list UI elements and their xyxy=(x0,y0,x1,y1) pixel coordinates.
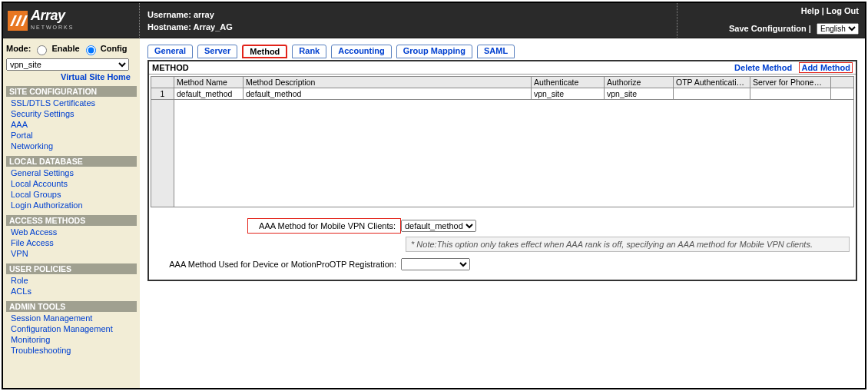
table-cell xyxy=(831,88,854,100)
sidebar: Mode: Enable Config vpn_site Virtual Sit… xyxy=(3,38,140,388)
sidebar-item-vpn[interactable]: VPN xyxy=(11,248,137,259)
username-label: Username: xyxy=(147,10,191,19)
device-method-row: AAA Method Used for Device or MotionProO… xyxy=(155,258,850,270)
panel-actions: Delete Method Add Method xyxy=(734,63,853,72)
sidebar-item-web-access[interactable]: Web Access xyxy=(11,227,137,237)
table-col-0 xyxy=(151,77,174,88)
table-cell xyxy=(750,88,831,100)
add-method-link[interactable]: Add Method xyxy=(799,62,853,73)
help-logout-row: Help | Log Out xyxy=(801,6,859,15)
sidebar-group-body: Session ManagementConfiguration Manageme… xyxy=(6,312,137,360)
tab-method[interactable]: Method xyxy=(242,45,287,58)
mobile-method-note: * Note:This option only takes effect whe… xyxy=(406,237,850,252)
table-cell: 1 xyxy=(151,88,174,100)
sidebar-item-general-settings[interactable]: General Settings xyxy=(11,167,137,178)
table-col-4: Authorize xyxy=(605,77,674,88)
top-bar: Array NETWORKS Username: array Hostname:… xyxy=(3,3,865,38)
delete-method-link[interactable]: Delete Method xyxy=(734,63,792,72)
language-select[interactable]: English xyxy=(817,23,859,35)
mobile-method-row: AAA Method for Mobile VPN Clients: defau… xyxy=(155,218,850,234)
method-panel: METHOD Delete Method Add Method Method N… xyxy=(147,60,857,281)
sidebar-item-aaa[interactable]: AAA xyxy=(11,119,137,130)
sidebar-item-networking[interactable]: Networking xyxy=(11,141,137,151)
brand-text: Array NETWORKS xyxy=(31,10,74,31)
sidebar-group-header: LOCAL DATABASE xyxy=(6,156,137,167)
sidebar-group-body: Web AccessFile AccessVPN xyxy=(6,226,137,263)
mode-config-radio[interactable] xyxy=(86,45,96,55)
hostname-row: Hostname: Array_AG xyxy=(147,22,669,31)
tab-general[interactable]: General xyxy=(147,45,193,58)
virtual-site-home-link[interactable]: Virtual Site Home xyxy=(61,72,131,81)
device-method-label: AAA Method Used for Device or MotionProO… xyxy=(155,260,401,269)
sidebar-item-acls[interactable]: ACLs xyxy=(11,286,137,297)
username-row: Username: array xyxy=(147,10,669,19)
save-config-link[interactable]: Save Configuration xyxy=(729,24,807,33)
brand-word: Array xyxy=(31,8,65,23)
panel-inner: Method NameMethod DescriptionAuthenticat… xyxy=(149,75,856,280)
table-col-7 xyxy=(831,77,854,88)
sidebar-item-troubleshooting[interactable]: Troubleshooting xyxy=(11,345,137,356)
save-lang-row: Save Configuration | English xyxy=(729,23,859,35)
logout-link[interactable]: Log Out xyxy=(827,6,859,15)
sidebar-item-local-accounts[interactable]: Local Accounts xyxy=(11,178,137,189)
sidebar-group-header: SITE CONFIGURATION xyxy=(6,86,137,97)
table-col-5: OTP Authenticati… xyxy=(674,77,750,88)
mobile-method-label: AAA Method for Mobile VPN Clients: xyxy=(247,218,401,234)
table-cell xyxy=(674,88,750,100)
sidebar-group-header: ACCESS METHODS xyxy=(6,215,137,226)
table-cell: vpn_site xyxy=(532,88,605,100)
methods-table: Method NameMethod DescriptionAuthenticat… xyxy=(151,76,854,100)
table-col-1: Method Name xyxy=(174,77,244,88)
sidebar-item-security-settings[interactable]: Security Settings xyxy=(11,108,137,119)
table-cell: default_method xyxy=(244,88,532,100)
mode-row: Mode: Enable Config xyxy=(6,41,137,57)
sidebar-item-configuration-management[interactable]: Configuration Management xyxy=(11,323,137,334)
topbar-right: Help | Log Out Save Configuration | Engl… xyxy=(677,3,865,38)
panel-bottom: AAA Method for Mobile VPN Clients: defau… xyxy=(151,218,854,278)
table-body: 1default_methoddefault_methodvpn_sitevpn… xyxy=(151,88,854,100)
table-col-6: Server for Phone… xyxy=(750,77,831,88)
sidebar-item-login-authorization[interactable]: Login Authorization xyxy=(11,200,137,210)
table-empty-area xyxy=(151,100,854,207)
sidebar-item-local-groups[interactable]: Local Groups xyxy=(11,189,137,200)
tab-group-mapping[interactable]: Group Mapping xyxy=(396,45,472,58)
table-col-2: Method Description xyxy=(244,77,532,88)
table-row[interactable]: 1default_methoddefault_methodvpn_sitevpn… xyxy=(151,88,854,100)
sidebar-item-monitoring[interactable]: Monitoring xyxy=(11,334,137,345)
table-gutter xyxy=(151,100,174,207)
session-info: Username: array Hostname: Array_AG xyxy=(140,3,677,38)
table-col-3: Authenticate xyxy=(532,77,605,88)
tab-row: GeneralServerMethodRankAccountingGroup M… xyxy=(147,45,857,58)
table-cell: vpn_site xyxy=(605,88,674,100)
mode-enable-radio[interactable] xyxy=(37,45,47,55)
tab-server[interactable]: Server xyxy=(197,45,237,58)
tab-accounting[interactable]: Accounting xyxy=(331,45,392,58)
brand-subword: NETWORKS xyxy=(31,25,74,30)
sidebar-group-body: General SettingsLocal AccountsLocal Grou… xyxy=(6,167,137,215)
mobile-method-select[interactable]: default_method xyxy=(401,220,476,232)
virtual-site-select[interactable]: vpn_site xyxy=(6,58,129,71)
mode-label: Mode: xyxy=(6,44,31,53)
sidebar-item-role[interactable]: Role xyxy=(11,275,137,286)
panel-titlebar: METHOD Delete Method Add Method xyxy=(149,61,856,75)
table-header-row: Method NameMethod DescriptionAuthenticat… xyxy=(151,77,854,88)
hostname-value: Array_AG xyxy=(194,22,233,31)
tab-rank[interactable]: Rank xyxy=(292,45,326,58)
sidebar-item-portal[interactable]: Portal xyxy=(11,130,137,141)
sidebar-group-header: USER POLICIES xyxy=(6,263,137,274)
username-value: array xyxy=(194,10,214,19)
sidebar-item-session-management[interactable]: Session Management xyxy=(11,313,137,323)
sidebar-group-body: SSL/DTLS CertificatesSecurity SettingsAA… xyxy=(6,97,137,156)
tab-saml[interactable]: SAML xyxy=(477,45,515,58)
sidebar-group-body: RoleACLs xyxy=(6,274,137,301)
device-method-select[interactable] xyxy=(401,258,470,270)
mode-enable-option[interactable]: Enable xyxy=(33,44,81,53)
table-cell: default_method xyxy=(174,88,244,100)
sidebar-group-header: ADMIN TOOLS xyxy=(6,301,137,312)
sidebar-item-ssl-dtls-certificates[interactable]: SSL/DTLS Certificates xyxy=(11,98,137,108)
brand-logo-icon xyxy=(8,11,28,31)
panel-title: METHOD xyxy=(152,63,189,72)
sidebar-item-file-access[interactable]: File Access xyxy=(11,237,137,248)
help-link[interactable]: Help xyxy=(801,6,820,15)
mode-config-option[interactable]: Config xyxy=(82,44,128,53)
